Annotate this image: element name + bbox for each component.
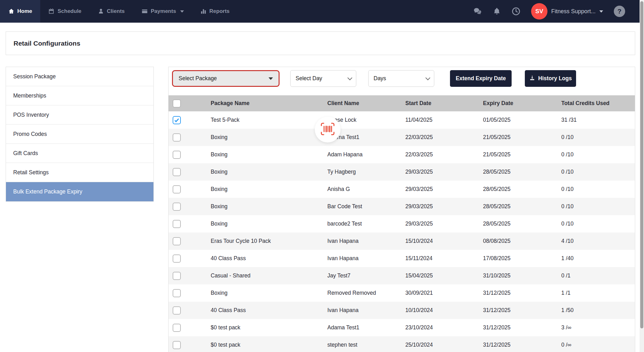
clock-icon[interactable] [512, 7, 520, 16]
sidebar-item-label: Session Package [13, 73, 56, 80]
table-row: Boxing Bar Code Test 29/03/2025 28/05/20… [169, 198, 635, 215]
start-date-cell: 29/03/2025 [405, 221, 483, 227]
row-checkbox[interactable] [173, 341, 181, 349]
package-name-cell: Boxing [211, 203, 327, 210]
expiry-date-cell: 01/05/2025 [483, 117, 561, 123]
table-row: 40 Class Pass Ivan Hapana 15/11/2024 17/… [169, 250, 635, 267]
start-date-cell: 30/09/2021 [405, 290, 483, 296]
row-checkbox[interactable] [173, 133, 181, 142]
row-checkbox[interactable] [173, 272, 181, 280]
scrollbar-thumb[interactable] [640, 1, 643, 328]
help-icon[interactable]: ? [614, 6, 625, 17]
select-package-label: Select Package [179, 75, 217, 82]
select-day-dropdown[interactable]: Select Day [290, 70, 356, 87]
nav-right: SV Fitness Support... ? [473, 0, 644, 23]
nav-item-label: Schedule [58, 8, 81, 14]
sidebar-item[interactable]: Memberships [6, 86, 153, 105]
expiry-date-cell: 31/12/2025 [483, 342, 561, 348]
nav-item-label: Reports [209, 8, 230, 14]
user-name: Fitness Support... [551, 8, 596, 15]
sidebar-item[interactable]: Retail Settings [6, 163, 153, 182]
package-name-cell: $0 test pack [211, 342, 327, 348]
download-icon [529, 75, 535, 82]
sidebar: Session Package Memberships POS Inventor… [6, 67, 154, 202]
row-checkbox[interactable] [173, 185, 181, 193]
credits-used-cell: 0 /10 [561, 221, 635, 227]
vertical-scrollbar[interactable] [640, 0, 644, 352]
caret-down-icon [269, 77, 273, 80]
select-package-dropdown[interactable]: Select Package [172, 70, 280, 87]
days-dropdown[interactable]: Days [368, 70, 434, 87]
row-checkbox[interactable] [173, 306, 181, 315]
nav-item-reports[interactable]: Reports [192, 0, 238, 23]
row-checkbox[interactable] [173, 168, 181, 176]
barcode-scan-icon [320, 122, 335, 137]
title-card: Retail Configurations [6, 31, 635, 55]
sidebar-item[interactable]: Bulk Extend Package Expiry [6, 182, 153, 201]
sidebar-item-label: Memberships [13, 92, 46, 99]
select-day-label: Select Day [296, 75, 322, 82]
user-menu[interactable]: SV Fitness Support... [531, 3, 603, 20]
start-date-cell: 22/03/2025 [405, 151, 483, 158]
sidebar-item[interactable]: Gift Cards [6, 144, 153, 163]
nav-item-label: Clients [107, 8, 125, 14]
credits-used-cell: 0 /10 [561, 186, 635, 193]
table-row: Boxing Removed Removed 30/09/2021 31/12/… [169, 284, 635, 302]
row-checkbox[interactable] [173, 237, 181, 245]
sidebar-item[interactable]: POS Inventory [6, 105, 153, 125]
client-name-cell: Ivan Hapana [327, 307, 405, 314]
package-name-cell: $0 test pack [211, 324, 327, 331]
nav-item-clients[interactable]: Clients [90, 0, 133, 23]
start-date-cell: 10/10/2024 [405, 307, 483, 314]
main-nav: Home Schedule Clients Payments Report [0, 0, 238, 23]
table-body: Test 5-Pack Reese Lock 11/04/2025 01/05/… [169, 111, 635, 352]
row-checkbox[interactable] [173, 220, 181, 228]
table-row: Boxing barcode2 Test 29/03/2025 28/05/20… [169, 215, 635, 232]
expiry-date-cell: 21/05/2025 [483, 151, 561, 158]
credits-used-cell: 0 /10 [561, 169, 635, 175]
sidebar-item-label: Gift Cards [13, 150, 38, 157]
table-row: Boxing Anisha G 29/03/2025 28/05/2025 0 … [169, 181, 635, 198]
packages-table: Package Name Client Name Start Date Expi… [169, 95, 635, 352]
nav-item-payments[interactable]: Payments [133, 0, 192, 23]
row-checkbox[interactable] [173, 151, 181, 159]
extend-button-label: Extend Expiry Date [456, 75, 506, 82]
credits-used-cell: 3 /∞ [561, 324, 635, 331]
row-checkbox[interactable] [173, 289, 181, 297]
client-name-cell: Anisha G [327, 186, 405, 193]
bar-chart-icon [200, 8, 207, 14]
row-checkbox[interactable] [173, 254, 181, 263]
start-date-cell: 29/03/2025 [405, 203, 483, 210]
credit-card-icon [141, 8, 148, 14]
chat-icon[interactable] [473, 7, 482, 16]
start-date-cell: 15/11/2024 [405, 255, 483, 262]
row-checkbox[interactable] [173, 324, 181, 332]
package-name-cell: Boxing [211, 134, 327, 141]
table-row: $0 test pack Adama Test1 23/10/2024 31/1… [169, 319, 635, 336]
expiry-date-cell: 28/05/2025 [483, 203, 561, 210]
table-row: Boxing Adam Hapana 22/03/2025 21/05/2025… [169, 146, 635, 163]
expiry-date-cell: 31/12/2025 [483, 290, 561, 296]
expiry-date-cell: 08/08/2025 [483, 238, 561, 244]
credits-used-cell: 0 /10 [561, 203, 635, 210]
row-checkbox[interactable] [173, 116, 181, 124]
table-header: Package Name Client Name Start Date Expi… [169, 95, 635, 111]
nav-item-schedule[interactable]: Schedule [40, 0, 90, 23]
column-header: Package Name [211, 100, 327, 107]
package-name-cell: Casual - Shared [211, 272, 327, 279]
filter-row: Select Package Select Day Days Extend Ex… [169, 70, 635, 87]
row-checkbox[interactable] [173, 203, 181, 211]
nav-item-home[interactable]: Home [0, 0, 40, 23]
sidebar-item[interactable]: Promo Codes [6, 125, 153, 144]
extend-expiry-date-button[interactable]: Extend Expiry Date [450, 70, 512, 87]
select-all-checkbox[interactable] [173, 99, 181, 108]
sidebar-item[interactable]: Session Package [6, 67, 153, 86]
nav-item-label: Payments [151, 8, 176, 14]
history-logs-button[interactable]: History Logs [525, 70, 576, 87]
client-name-cell: Adam Hapana [327, 151, 405, 158]
client-name-cell: stephen test [327, 342, 405, 348]
barcode-scan-overlay[interactable] [315, 117, 341, 142]
bell-icon[interactable] [493, 7, 501, 16]
start-date-cell: 15/10/2024 [405, 238, 483, 244]
start-date-cell: 11/04/2025 [405, 117, 483, 123]
